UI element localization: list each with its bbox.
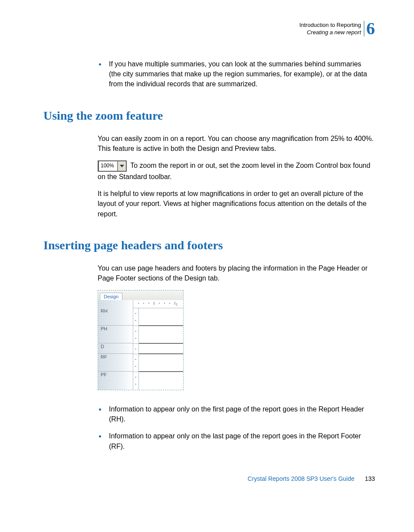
paragraph: You can use page headers and footers by … — [98, 263, 375, 283]
running-header: Introduction to Reporting Creating a new… — [43, 22, 375, 36]
design-canvas-d[interactable] — [139, 344, 183, 354]
chapter-number: 6 — [364, 21, 375, 36]
design-tab-figure: Design RH PH D RF PF — [98, 290, 184, 390]
section-heading-zoom: Using the zoom feature — [43, 109, 375, 123]
zoom-control[interactable]: 100% — [98, 160, 127, 172]
section-d[interactable]: D — [98, 343, 133, 354]
list-item: Information to appear only on the last p… — [106, 430, 375, 451]
chevron-down-icon — [120, 165, 124, 167]
dropdown-button[interactable] — [118, 161, 126, 171]
paragraph: It is helpful to view reports at low mag… — [98, 189, 375, 219]
zoom-value[interactable]: 100% — [99, 161, 118, 171]
horizontal-ruler: 1 — [133, 300, 183, 308]
header-subtitle: Creating a new report — [299, 29, 361, 36]
page-footer: Crystal Reports 2008 SP3 User's Guide 13… — [43, 475, 375, 482]
footer-guide-name: Crystal Reports 2008 SP3 User's Guide — [248, 475, 355, 482]
vertical-ruler — [133, 308, 139, 326]
section-heading-headers-footers: Inserting page headers and footers — [43, 238, 375, 252]
section-rf[interactable]: RF — [98, 354, 133, 372]
list-item: Information to appear only on the first … — [106, 403, 375, 424]
design-canvas-ph[interactable] — [139, 326, 183, 344]
design-tab[interactable]: Design — [100, 293, 122, 300]
design-canvas-pf[interactable] — [139, 372, 183, 390]
design-canvas-rh[interactable] — [139, 308, 183, 326]
header-title: Introduction to Reporting — [299, 22, 361, 29]
svg-marker-0 — [120, 165, 124, 167]
section-pf[interactable]: PF — [98, 372, 133, 389]
section-rh[interactable]: RH — [98, 308, 133, 326]
footer-page-number: 133 — [365, 475, 375, 482]
section-labels-column: RH PH D RF PF — [98, 300, 133, 390]
paragraph-text: To zoom the report in or out, set the zo… — [98, 162, 370, 180]
paragraph: You can easily zoom in on a report. You … — [98, 134, 375, 153]
svg-text:1: 1 — [176, 302, 178, 307]
info-bullet-list: Information to appear only on the first … — [98, 403, 375, 451]
paragraph: 100% To zoom the report in or out, set t… — [98, 160, 375, 182]
section-ph[interactable]: PH — [98, 326, 133, 343]
design-canvas-rf[interactable] — [139, 354, 183, 372]
list-item: If you have multiple summaries, you can … — [106, 58, 375, 89]
intro-bullet-list: If you have multiple summaries, you can … — [98, 58, 375, 89]
